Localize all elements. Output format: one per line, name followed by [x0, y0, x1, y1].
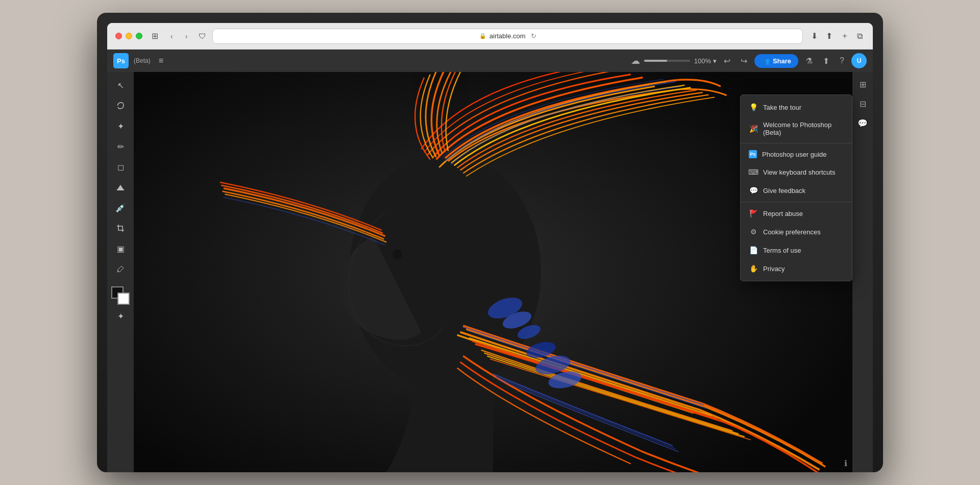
user-guide-label: Photoshop user guide [762, 151, 826, 158]
cookie-preferences-item[interactable]: ⚙ Cookie preferences [741, 223, 852, 241]
browser-actions: ⬇ ⬆ ＋ ⧉ [809, 29, 865, 43]
tool-eraser[interactable]: ◻ [111, 158, 130, 176]
forward-button[interactable]: › [182, 30, 191, 42]
background-color[interactable] [117, 293, 130, 305]
zoom-slider [644, 60, 690, 62]
laptop-frame: ⊞ ‹ › 🛡 🔒 airtable.com ↻ ⬇ ⬆ ＋ ⧉ Ps (Bet… [97, 13, 883, 472]
take-tour-label: Take the tour [763, 104, 801, 111]
tool-lasso[interactable] [111, 96, 130, 115]
comments-panel-button[interactable]: 💬 [854, 115, 871, 131]
tool-select[interactable]: ↖ [111, 76, 130, 94]
document-icon: 📄 [749, 246, 758, 255]
adjustments-panel-button[interactable]: ⊟ [854, 95, 871, 112]
flag-icon: 🚩 [749, 209, 758, 218]
tool-eyedropper[interactable] [111, 260, 130, 278]
back-button[interactable]: ‹ [167, 30, 176, 42]
user-guide-item[interactable]: Ps Photoshop user guide [741, 146, 852, 163]
privacy-label: Privacy [763, 265, 785, 273]
cookie-icon: ⚙ [749, 227, 758, 236]
cookie-preferences-label: Cookie preferences [763, 228, 821, 236]
help-dropdown: 💡 Take the tour 🎉 Welcome to Photoshop (… [740, 94, 852, 281]
browser-window: ⊞ ‹ › 🛡 🔒 airtable.com ↻ ⬇ ⬆ ＋ ⧉ Ps (Bet… [107, 23, 873, 472]
terms-of-use-item[interactable]: 📄 Terms of use [741, 241, 852, 259]
color-swatches[interactable] [111, 286, 130, 305]
feedback-icon: 💬 [749, 186, 758, 195]
downloads-button[interactable]: ⬇ [809, 29, 820, 43]
flask-icon-button[interactable]: ⚗ [802, 54, 816, 68]
terms-of-use-label: Terms of use [763, 247, 801, 254]
redo-button[interactable]: ↪ [738, 54, 750, 68]
zoom-value: 100% [694, 57, 711, 65]
help-icon-button[interactable]: ? [837, 54, 847, 67]
privacy-item[interactable]: ✋ Privacy [741, 259, 852, 278]
close-button[interactable] [115, 33, 122, 39]
ps-guide-icon: Ps [749, 150, 757, 158]
ps-right-panel: ⊞ ⊟ 💬 [852, 72, 873, 472]
photoshop-app: Ps (Beta) ≡ ☁ 100% ▾ [107, 50, 873, 472]
shield-icon: 🛡 [199, 32, 206, 40]
lock-icon: 🔒 [479, 33, 486, 39]
tool-extra[interactable]: ✦ [111, 307, 130, 325]
share-people-icon: 👥 [762, 57, 770, 65]
tool-brush[interactable]: ✏ [111, 137, 130, 156]
layers-panel-button[interactable]: ⊞ [854, 76, 871, 92]
keyboard-icon: ⌨ [749, 167, 758, 177]
slider-track [644, 60, 690, 62]
zoom-dropdown[interactable]: 100% ▾ [694, 57, 717, 65]
tool-crop[interactable] [111, 219, 130, 237]
svg-rect-0 [117, 189, 124, 190]
keyboard-shortcuts-item[interactable]: ⌨ View keyboard shortcuts [741, 163, 852, 181]
ps-content: ↖ ✦ ✏ ◻ 💉 [107, 72, 873, 472]
tool-fill[interactable] [111, 178, 130, 197]
undo-button[interactable]: ↩ [721, 54, 733, 68]
ps-topbar: Ps (Beta) ≡ ☁ 100% ▾ [107, 50, 873, 72]
sidebar-button[interactable]: ⊞ [149, 29, 161, 43]
reload-icon: ↻ [531, 32, 536, 40]
tool-healing[interactable]: ✦ [111, 117, 130, 135]
share-button[interactable]: 👥 Share [754, 54, 798, 68]
minimize-button[interactable] [126, 33, 132, 39]
address-bar[interactable]: 🔒 airtable.com ↻ [212, 29, 803, 44]
ps-logo: Ps [113, 53, 129, 68]
hand-icon: ✋ [749, 264, 758, 273]
ps-topbar-right: ↩ ↪ 👥 Share ⚗ ⬆ ? U [721, 53, 867, 68]
ps-menu-button[interactable]: ≡ [155, 54, 167, 67]
take-tour-item[interactable]: 💡 Take the tour [741, 98, 852, 116]
ps-toolbar: ↖ ✦ ✏ ◻ 💉 [107, 72, 134, 472]
tool-image[interactable]: ▣ [111, 239, 130, 258]
welcome-item[interactable]: 🎉 Welcome to Photoshop (Beta) [741, 116, 852, 141]
cloud-area: ☁ 100% ▾ [631, 55, 717, 66]
slider-fill [644, 60, 667, 62]
give-feedback-item[interactable]: 💬 Give feedback [741, 181, 852, 200]
zoom-chevron-icon: ▾ [713, 57, 717, 65]
share-label: Share [773, 57, 791, 65]
user-avatar[interactable]: U [851, 53, 867, 68]
report-abuse-item[interactable]: 🚩 Report abuse [741, 204, 852, 223]
separator-2 [741, 202, 852, 202]
tabs-button[interactable]: ⧉ [855, 30, 865, 43]
tour-icon: 💡 [749, 103, 758, 112]
welcome-label: Welcome to Photoshop (Beta) [763, 121, 844, 136]
new-tab-button[interactable]: ＋ [839, 29, 851, 43]
cloud-icon: ☁ [631, 55, 640, 66]
browser-chrome: ⊞ ‹ › 🛡 🔒 airtable.com ↻ ⬇ ⬆ ＋ ⧉ [107, 23, 873, 50]
report-abuse-label: Report abuse [763, 210, 803, 217]
url-text: airtable.com [489, 32, 526, 40]
give-feedback-label: Give feedback [763, 187, 805, 195]
ps-beta-label: (Beta) [134, 57, 151, 64]
keyboard-shortcuts-label: View keyboard shortcuts [763, 168, 835, 176]
export-icon-button[interactable]: ⬆ [820, 54, 832, 68]
welcome-icon: 🎉 [749, 124, 758, 133]
svg-point-9 [393, 249, 402, 259]
share-browser-button[interactable]: ⬆ [824, 29, 835, 43]
tool-eyedropper2[interactable]: 💉 [111, 199, 130, 217]
info-button[interactable]: ℹ [844, 458, 847, 468]
traffic-lights [115, 33, 142, 39]
separator-1 [741, 143, 852, 143]
maximize-button[interactable] [136, 33, 142, 39]
